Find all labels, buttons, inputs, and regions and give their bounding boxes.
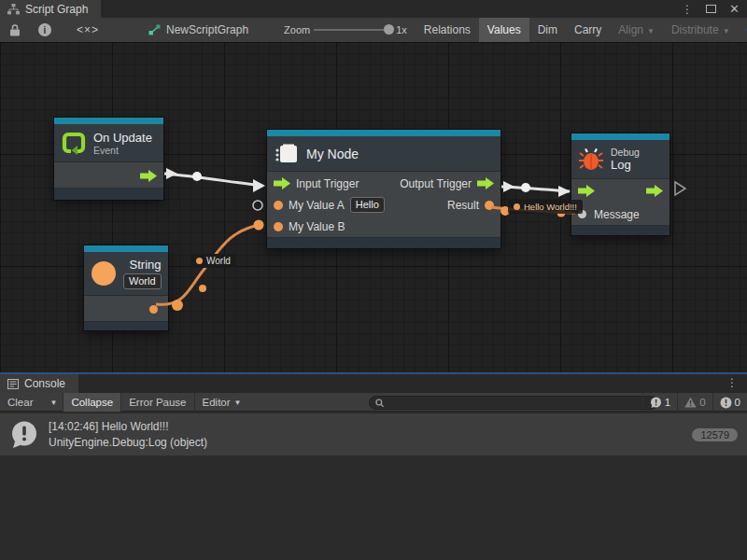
wire-value-badge-hello-world: Hello World!!! [508, 200, 583, 214]
editor-dropdown[interactable]: Editor [195, 393, 249, 412]
wire-value-dot [172, 300, 183, 311]
script-graph-icon [148, 24, 161, 35]
lock-icon [9, 24, 21, 36]
value-dot-icon [196, 258, 203, 264]
value-dot-icon [514, 203, 520, 210]
value-output-port[interactable] [149, 305, 158, 314]
tab-script-graph[interactable]: Script Graph [0, 0, 101, 18]
port-label-input-trigger: Input Trigger [296, 177, 359, 190]
zoom-label: Zoom [284, 24, 310, 35]
value-output-port-result[interactable] [485, 201, 494, 210]
bug-icon [579, 148, 603, 171]
wire-value-badge-world: World [190, 254, 236, 268]
tab-script-graph-label: Script Graph [25, 3, 88, 16]
node-accent-bar [571, 133, 669, 140]
relations-button[interactable]: Relations [416, 18, 479, 42]
value-input-port-a[interactable] [274, 201, 283, 210]
collapse-button[interactable]: Collapse [63, 393, 120, 412]
graph-hierarchy-icon [7, 4, 20, 15]
graph-name-button[interactable]: NewScriptGraph [140, 18, 257, 42]
console-search[interactable] [369, 396, 658, 410]
node-category: Debug [611, 147, 640, 158]
code-icon: <×> [77, 23, 99, 36]
warning-triangle-icon [684, 397, 697, 408]
console-icon [7, 379, 19, 389]
node-debug-log[interactable]: Debug Log Message [571, 133, 669, 235]
search-icon [375, 399, 385, 408]
node-string[interactable]: String World [84, 245, 168, 330]
unconnected-flow-arrow [675, 182, 685, 195]
flow-output-port[interactable] [646, 185, 663, 197]
window-controls: ⋮ ✕ [682, 0, 740, 18]
values-button[interactable]: Values [479, 18, 529, 42]
node-footer [267, 237, 500, 248]
console-log-entry[interactable]: [14:02:46] Hello World!!! UnityEngine.De… [0, 413, 747, 456]
maximize-icon[interactable] [706, 5, 716, 13]
graph-toolbar: i <×> NewScriptGraph Zoom 1x Relations V… [0, 18, 747, 42]
error-count-toggle[interactable]: 0 [713, 393, 747, 412]
console-menu-icon[interactable]: ⋮ [726, 376, 738, 389]
align-button[interactable]: Align [610, 18, 663, 42]
node-header: My Node [267, 136, 500, 171]
wire-start-arrow [503, 181, 514, 192]
wire-end-arrow [253, 179, 265, 192]
value-input-port-b[interactable] [274, 222, 283, 231]
info-button[interactable]: i [30, 18, 60, 42]
search-input[interactable] [388, 398, 652, 409]
zoom-value: 1x [396, 24, 407, 35]
chevron-down-icon [647, 27, 655, 35]
error-circle-icon [720, 397, 732, 409]
overview-button[interactable]: Overview [739, 18, 747, 42]
clear-button[interactable]: Clear [0, 393, 40, 412]
log-line-1: [14:02:46] Hello World!!! [49, 419, 683, 435]
chevron-down-icon [49, 399, 57, 407]
node-footer [571, 225, 669, 235]
graph-window-tabbar: Script Graph ⋮ ✕ [0, 0, 747, 18]
flow-output-port[interactable] [477, 177, 494, 189]
graph-canvas[interactable]: On Update Event My Node [0, 42, 747, 372]
close-icon[interactable]: ✕ [729, 2, 740, 16]
clear-dropdown[interactable] [40, 393, 63, 412]
string-value-field[interactable]: World [123, 273, 162, 289]
console-tabbar: Console ⋮ [0, 374, 747, 393]
dim-button[interactable]: Dim [529, 18, 566, 42]
node-on-update[interactable]: On Update Event [54, 118, 163, 200]
flow-input-port[interactable] [274, 177, 290, 189]
tab-console[interactable]: Console [0, 374, 78, 393]
flow-input-port[interactable] [578, 185, 595, 197]
value-a-field[interactable]: Hello [350, 197, 385, 213]
error-pause-button[interactable]: Error Pause [121, 393, 193, 412]
node-header: On Update Event [54, 124, 163, 161]
chevron-down-icon [234, 399, 242, 407]
console-list[interactable]: [14:02:46] Hello World!!! UnityEngine.De… [0, 413, 747, 560]
wire-flow-onupdate-mynode[interactable] [164, 174, 262, 186]
warning-count-toggle[interactable]: 0 [678, 393, 712, 412]
zoom-control: Zoom 1x [275, 18, 416, 42]
carry-button[interactable]: Carry [566, 18, 610, 42]
tab-console-label: Console [24, 377, 65, 390]
wire-end-arrow [558, 186, 571, 197]
console-toolbar: Clear Collapse Error Pause Editor 1 [0, 393, 747, 412]
port-label-message: Message [594, 208, 640, 221]
node-accent-bar [267, 130, 500, 136]
code-view-button[interactable]: <×> [60, 18, 116, 42]
zoom-slider[interactable] [314, 29, 392, 31]
wire-flow-dot [521, 183, 530, 192]
node-my-node[interactable]: My Node Input Trigger Output Trigger [267, 130, 500, 248]
window-menu-icon[interactable]: ⋮ [682, 3, 693, 16]
distribute-button[interactable]: Distribute [663, 18, 739, 42]
string-literal-icon [92, 261, 116, 286]
node-accent-bar [84, 245, 168, 252]
collapse-count-badge: 12579 [692, 428, 738, 441]
port-label-output-trigger: Output Trigger [400, 177, 472, 190]
node-header: Debug Log [571, 140, 669, 178]
node-title: My Node [306, 147, 359, 161]
node-header: String World [84, 252, 168, 295]
info-count-toggle[interactable]: 1 [643, 393, 677, 412]
wire-value-dot [199, 285, 206, 292]
lock-button[interactable] [0, 18, 30, 42]
flow-output-port[interactable] [140, 170, 157, 182]
wire-flow-mynode-debug[interactable] [501, 187, 570, 191]
log-bubble-icon [9, 420, 39, 450]
zoom-slider-handle[interactable] [384, 24, 394, 35]
